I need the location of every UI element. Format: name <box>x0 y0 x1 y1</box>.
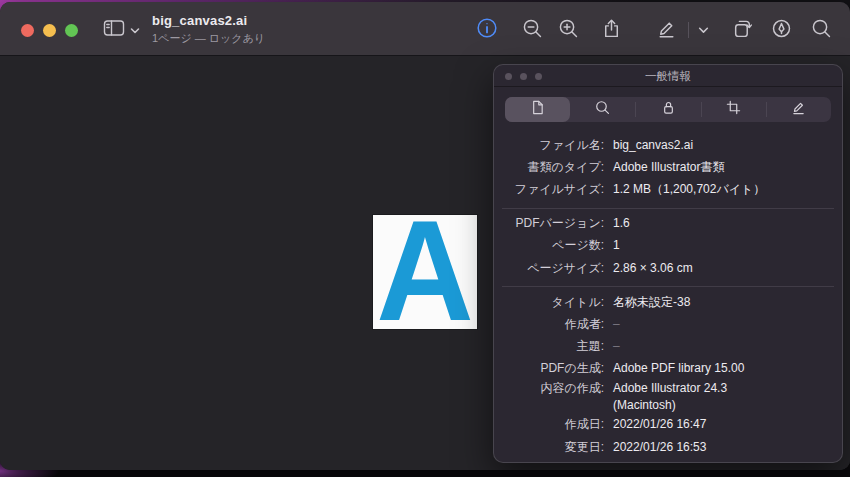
window-title: big_canvas2.ai <box>152 13 265 28</box>
tab-more-info[interactable] <box>570 97 635 122</box>
rotate-icon <box>732 18 753 43</box>
window-subtitle: 1ページ — ロックあり <box>152 31 265 46</box>
share-button[interactable] <box>597 16 625 44</box>
share-icon <box>601 18 622 43</box>
zoom-out-button[interactable] <box>518 16 546 44</box>
markup-button[interactable] <box>652 16 680 44</box>
chevron-down-icon <box>698 21 709 39</box>
page-letter: A <box>376 215 474 329</box>
info-row-content-creator: 内容の作成: Adobe Illustrator 24.3 (Macintosh… <box>494 380 842 414</box>
info-panel: 一般情報 <box>493 64 843 463</box>
markup-pencil-icon <box>656 18 677 43</box>
titlebar: big_canvas2.ai 1ページ — ロックあり <box>0 2 850 56</box>
tab-general-info[interactable] <box>505 97 570 122</box>
rotate-button[interactable] <box>728 16 756 44</box>
info-row-author: 作成者: – <box>494 313 842 335</box>
preview-window: big_canvas2.ai 1ページ — ロックあり <box>0 2 850 470</box>
panel-title: 一般情報 <box>494 65 842 87</box>
sidebar-icon <box>103 19 125 41</box>
info-row-page-size: ページサイズ: 2.86 × 3.06 cm <box>494 257 842 279</box>
info-row-subject: 主題: – <box>494 336 842 358</box>
info-row-page-count: ページ数: 1 <box>494 235 842 257</box>
info-button[interactable] <box>473 16 501 44</box>
info-row-modified-date: 変更日: 2022/01/26 16:53 <box>494 436 842 458</box>
window-title-block: big_canvas2.ai 1ページ — ロックあり <box>152 13 265 46</box>
info-row-pdf-producer: PDFの生成: Adobe PDF library 15.00 <box>494 358 842 380</box>
info-row-filesize: ファイルサイズ: 1.2 MB（1,200,702バイト） <box>494 178 842 200</box>
sidebar-toggle[interactable] <box>103 19 140 41</box>
info-row-created-date: 作成日: 2022/01/26 16:47 <box>494 414 842 436</box>
info-rows: ファイル名: big_canvas2.ai 書類のタイプ: Adobe Illu… <box>494 131 842 458</box>
highlight-icon <box>771 18 792 43</box>
tab-encryption[interactable] <box>635 97 700 122</box>
info-row-doctype: 書類のタイプ: Adobe Illustrator書類 <box>494 156 842 178</box>
document-page: A <box>373 215 477 329</box>
info-icon <box>476 17 498 43</box>
close-button[interactable] <box>21 24 34 37</box>
markup-menu-button[interactable] <box>692 16 714 44</box>
info-row-pdf-version: PDFバージョン: 1.6 <box>494 213 842 235</box>
zoom-in-icon <box>558 18 579 43</box>
inspector-tabs <box>505 97 831 122</box>
info-row-filename: ファイル名: big_canvas2.ai <box>494 134 842 156</box>
chevron-down-icon <box>130 21 140 39</box>
crop-icon <box>725 99 742 120</box>
tab-annotations[interactable] <box>766 97 831 122</box>
zoom-out-icon <box>522 18 543 43</box>
pencil-icon <box>790 99 807 120</box>
panel-minimize-button[interactable] <box>520 73 527 80</box>
section-divider <box>502 208 834 209</box>
search-icon <box>811 18 832 43</box>
info-row-title: タイトル: 名称未設定-38 <box>494 291 842 313</box>
tab-crop[interactable] <box>701 97 766 122</box>
section-divider <box>502 286 834 287</box>
zoom-in-button[interactable] <box>554 16 582 44</box>
info-panel-titlebar[interactable]: 一般情報 <box>494 65 842 87</box>
panel-zoom-button[interactable] <box>535 73 542 80</box>
panel-close-button[interactable] <box>505 73 512 80</box>
document-icon <box>529 99 546 120</box>
lock-icon <box>660 99 677 120</box>
highlight-button[interactable] <box>767 16 795 44</box>
toolbar-separator <box>688 22 689 38</box>
search-button[interactable] <box>807 16 835 44</box>
minimize-button[interactable] <box>43 24 56 37</box>
zoom-window-button[interactable] <box>65 24 78 37</box>
magnifier-icon <box>594 99 611 120</box>
